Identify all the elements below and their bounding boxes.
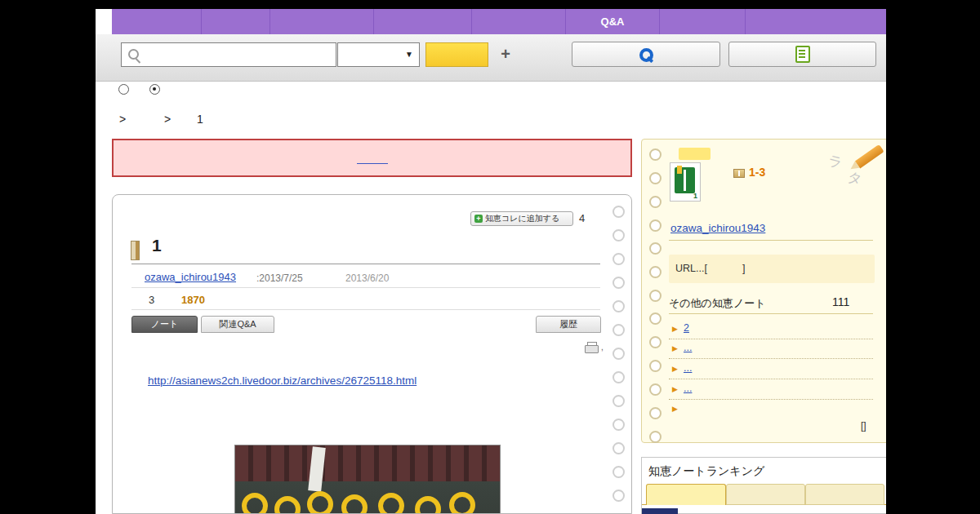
divider bbox=[669, 313, 873, 314]
breadcrumb-current: 1 bbox=[197, 113, 203, 126]
qa-search-button[interactable] bbox=[572, 42, 720, 67]
binder-hole bbox=[612, 229, 625, 241]
binder-hole bbox=[649, 336, 662, 348]
url-box: URL...[ ] bbox=[669, 255, 875, 283]
url-label-open: URL...[ bbox=[675, 263, 707, 274]
binder-hole bbox=[649, 360, 662, 372]
note-title: 1 bbox=[152, 236, 162, 255]
tab-note[interactable]: ノート bbox=[131, 316, 198, 333]
divider bbox=[669, 240, 873, 241]
radio-dot bbox=[153, 87, 156, 91]
ranking-tab-2[interactable] bbox=[726, 484, 805, 505]
divider bbox=[131, 264, 600, 264]
note-list-button[interactable] bbox=[728, 42, 876, 67]
sidebar-note-link[interactable]: ... bbox=[684, 383, 692, 394]
binder-hole bbox=[612, 277, 625, 289]
binder-hole bbox=[612, 348, 625, 360]
note-view-count: 1870 bbox=[181, 294, 205, 306]
binder-hole bbox=[649, 431, 662, 443]
binder-hole bbox=[612, 419, 625, 431]
ranking-tab-1[interactable] bbox=[646, 484, 726, 505]
green-book-icon bbox=[675, 167, 695, 193]
alert-link[interactable] bbox=[357, 153, 388, 164]
binder-hole bbox=[612, 300, 625, 312]
list-item: ▶ bbox=[669, 401, 873, 419]
other-notes-count: 111 bbox=[832, 295, 849, 308]
url-label-close: ] bbox=[742, 263, 745, 274]
sidebar-note-link[interactable]: ... bbox=[684, 362, 692, 374]
decor-katakana: ラ bbox=[826, 151, 844, 173]
sidebar-author-link[interactable]: ozawa_ichirou1943 bbox=[670, 222, 765, 234]
binder-hole bbox=[649, 148, 662, 161]
add-to-chiecolle-label: 知恵コレに追加する bbox=[485, 213, 559, 224]
note-date-created: :2013/7/25 bbox=[256, 273, 303, 284]
ranking-tab-3[interactable] bbox=[805, 484, 884, 505]
book-badge: 1 bbox=[693, 192, 697, 200]
top-navbar: Q&A bbox=[112, 9, 886, 34]
binder-hole bbox=[612, 253, 625, 265]
search-input[interactable] bbox=[141, 45, 334, 64]
note-author-link[interactable]: ozawa_ichirou1943 bbox=[145, 271, 236, 283]
printer-icon[interactable] bbox=[585, 342, 599, 353]
add-to-chiecolle-button[interactable]: + 知恵コレに追加する bbox=[470, 211, 573, 226]
pencil-icon bbox=[849, 144, 885, 174]
binder-hole bbox=[612, 206, 625, 218]
radio-option-2[interactable] bbox=[149, 84, 160, 95]
tab-history[interactable]: 履歴 bbox=[536, 316, 601, 333]
bookmark-icon bbox=[131, 241, 140, 260]
protest-photo bbox=[234, 445, 501, 514]
note-list-icon bbox=[795, 46, 810, 63]
binder-hole bbox=[649, 172, 662, 184]
other-notes-label: その他の知恵ノート bbox=[669, 296, 766, 311]
dropdown-arrow-icon: ▼ bbox=[405, 50, 413, 59]
browser-viewport: Q&A ▼ + > > bbox=[0, 0, 980, 514]
photo-building bbox=[235, 445, 500, 481]
binder-hole bbox=[612, 371, 625, 383]
nav-tab-3[interactable] bbox=[270, 9, 374, 34]
magnifier-blue-icon bbox=[639, 47, 653, 62]
photo-yellow-ring bbox=[378, 493, 404, 514]
binder-hole bbox=[612, 324, 625, 336]
nav-tab-8[interactable] bbox=[746, 9, 886, 34]
search-category-select[interactable]: ▼ bbox=[337, 42, 420, 67]
nav-tab-qa[interactable]: Q&A bbox=[566, 9, 660, 34]
tab-related-qa[interactable]: 関連Q&A bbox=[201, 316, 274, 333]
binder-hole bbox=[649, 407, 662, 419]
ranking-title: 知恵ノートランキング bbox=[648, 464, 764, 479]
note-card: + 知恵コレに追加する 4 1 ozawa_ichirou1943 :2013/… bbox=[112, 194, 632, 514]
alert-banner bbox=[112, 139, 632, 177]
sidebar-footer-brackets: [] bbox=[861, 420, 866, 432]
add-icon[interactable]: + bbox=[497, 42, 514, 67]
triangle-bullet-icon: ▶ bbox=[672, 385, 678, 393]
binder-hole bbox=[612, 466, 625, 478]
nav-tab-7[interactable] bbox=[660, 9, 746, 34]
search-button[interactable] bbox=[425, 42, 488, 67]
breadcrumb: > > 1 bbox=[96, 111, 886, 127]
note-body-link[interactable]: http://asianews2ch.livedoor.biz/archives… bbox=[148, 374, 416, 387]
list-item: ▶ ... bbox=[669, 340, 873, 359]
plus-icon: + bbox=[474, 215, 483, 223]
nav-tab-2[interactable] bbox=[202, 9, 270, 34]
nav-tab-1[interactable] bbox=[112, 9, 202, 34]
search-input-wrap bbox=[121, 42, 336, 67]
nav-tab-4[interactable] bbox=[374, 9, 472, 34]
nav-tab-5[interactable] bbox=[472, 9, 566, 34]
photo-yellow-ring bbox=[449, 492, 475, 514]
note-date-updated: 2013/6/20 bbox=[345, 273, 389, 284]
author-sidebar-card: 1 1-3 ラ タ ozawa_ichirou1943 URL...[ ] その… bbox=[641, 139, 886, 443]
divider bbox=[131, 287, 600, 288]
triangle-bullet-icon: ▶ bbox=[672, 325, 678, 333]
sidebar-note-link[interactable]: ... bbox=[684, 342, 692, 353]
photo-yellow-ring bbox=[242, 493, 268, 514]
divider bbox=[131, 309, 600, 310]
list-item: ▶ ... bbox=[669, 381, 873, 400]
note-stat-count: 3 bbox=[149, 294, 154, 306]
breadcrumb-sep: > bbox=[119, 113, 126, 126]
sidebar-note-link[interactable]: 2 bbox=[684, 322, 689, 334]
radio-option-1[interactable] bbox=[118, 84, 129, 95]
triangle-bullet-icon: ▶ bbox=[672, 405, 678, 413]
binder-hole bbox=[649, 219, 662, 232]
breadcrumb-sep: > bbox=[164, 113, 171, 126]
note-book-icon: 1 bbox=[670, 162, 701, 202]
binder-hole bbox=[612, 442, 625, 454]
